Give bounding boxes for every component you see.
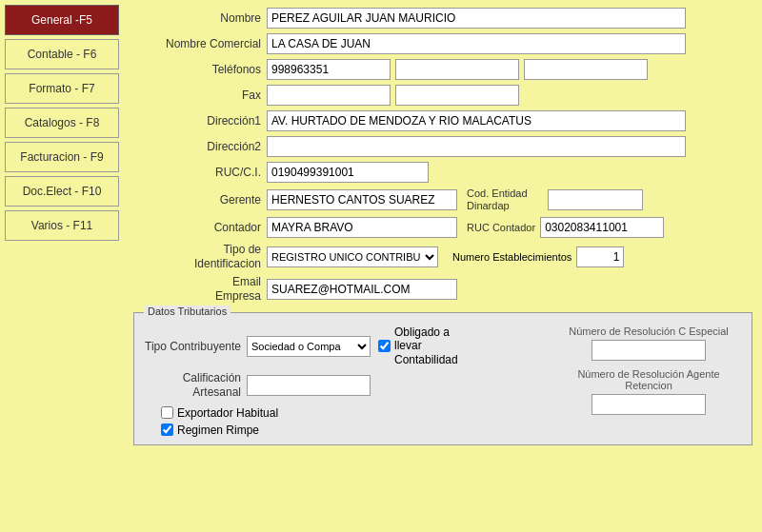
ruc-label: RUC/C.I. xyxy=(133,166,267,179)
direccion1-row: Dirección1 xyxy=(133,110,752,131)
sidebar-item-facturacion[interactable]: Facturacion - F9 xyxy=(5,142,119,172)
cod-entidad-input[interactable] xyxy=(548,189,643,210)
tipo-identificacion-label: Tipo deIdentificacion xyxy=(133,243,267,270)
fax2-input[interactable] xyxy=(395,85,519,106)
sidebar-item-general[interactable]: General -F5 xyxy=(5,5,119,35)
ruc-input[interactable] xyxy=(267,162,429,183)
telefono2-input[interactable] xyxy=(395,59,519,80)
gerente-label: Gerente xyxy=(133,193,267,207)
nombre-comercial-row: Nombre Comercial xyxy=(133,33,752,54)
telefonos-row: Teléfonos xyxy=(133,59,752,80)
numero-establecimientos-input[interactable] xyxy=(576,246,624,267)
tributarios-right: Número de Resolución C Especial Número d… xyxy=(553,325,744,437)
ruc-contador-label: RUC Contador xyxy=(467,222,535,233)
regimen-label[interactable]: Regimen Rimpe xyxy=(161,424,544,437)
tipo-contribuyente-row: Tipo Contribuyente Sociedad o Compa Obli… xyxy=(142,325,544,366)
numero-establecimientos-label: Numero Establecimientos xyxy=(452,251,572,263)
sidebar-item-varios[interactable]: Varios - F11 xyxy=(5,210,119,241)
sidebar-item-contable[interactable]: Contable - F6 xyxy=(5,39,119,69)
numero-resolucion-agente-section: Número de Resolución Agente Retencion xyxy=(553,368,744,415)
nombre-comercial-input[interactable] xyxy=(267,33,686,54)
contador-input[interactable] xyxy=(267,217,457,238)
direccion1-input[interactable] xyxy=(267,110,686,131)
direccion2-input[interactable] xyxy=(267,136,686,157)
nombre-comercial-label: Nombre Comercial xyxy=(133,37,267,50)
sidebar: General -F5 Contable - F6 Formato - F7 C… xyxy=(0,0,124,532)
datos-tributarios-section: Datos Tributarios Tipo Contribuyente Soc… xyxy=(133,312,752,445)
contador-label: Contador xyxy=(133,221,267,234)
email-row: EmailEmpresa xyxy=(133,275,752,303)
telefono1-input[interactable] xyxy=(267,59,391,80)
checkboxes-section: Exportador Habitual Regimen Rimpe xyxy=(142,406,544,437)
direccion1-label: Dirección1 xyxy=(133,114,267,128)
tipo-contribuyente-select[interactable]: Sociedad o Compa xyxy=(247,336,371,357)
telefono3-input[interactable] xyxy=(524,59,648,80)
obligado-contabilidad-checkbox-label[interactable]: Obligado a llevar Contabilidad xyxy=(378,325,454,366)
exportador-label[interactable]: Exportador Habitual xyxy=(161,406,544,420)
calificacion-artesanal-label: CalificaciónArtesanal xyxy=(142,371,247,399)
regimen-checkbox[interactable] xyxy=(161,424,173,436)
numero-resolucion-input[interactable] xyxy=(592,340,706,361)
content-area: Nombre Nombre Comercial Teléfonos Fax Di… xyxy=(124,0,762,532)
fax-label: Fax xyxy=(133,89,267,102)
nombre-row: Nombre xyxy=(133,8,752,29)
tributarios-left: Tipo Contribuyente Sociedad o Compa Obli… xyxy=(142,325,544,437)
tipo-identificacion-select[interactable]: REGISTRO UNICO CONTRIBU xyxy=(267,246,438,267)
email-label: EmailEmpresa xyxy=(133,275,267,303)
sidebar-item-formato[interactable]: Formato - F7 xyxy=(5,73,119,104)
gerente-row: Gerente Cod. Entidad Dinardap xyxy=(133,187,752,212)
gerente-input[interactable] xyxy=(267,189,457,210)
direccion2-label: Dirección2 xyxy=(133,140,267,153)
nombre-label: Nombre xyxy=(133,11,267,25)
contador-row: Contador RUC Contador xyxy=(133,217,752,238)
ruc-row: RUC/C.I. xyxy=(133,162,752,183)
calificacion-artesanal-row: CalificaciónArtesanal xyxy=(142,371,544,399)
numero-resolucion-section: Número de Resolución C Especial xyxy=(553,325,744,361)
fax-row: Fax xyxy=(133,85,752,106)
obligado-contabilidad-checkbox[interactable] xyxy=(378,340,391,352)
numero-resolucion-agente-input[interactable] xyxy=(592,394,706,415)
email-input[interactable] xyxy=(267,279,457,300)
numero-resolucion-agente-label: Número de Resolución Agente Retencion xyxy=(553,368,744,391)
datos-tributarios-title: Datos Tributarios xyxy=(144,305,231,317)
calificacion-artesanal-input[interactable] xyxy=(247,375,371,396)
tipo-contribuyente-label: Tipo Contribuyente xyxy=(142,340,247,353)
telefonos-label: Teléfonos xyxy=(133,63,267,76)
sidebar-item-docelect[interactable]: Doc.Elect - F10 xyxy=(5,176,119,207)
sidebar-item-catalogos[interactable]: Catalogos - F8 xyxy=(5,108,119,138)
nombre-input[interactable] xyxy=(267,8,686,29)
ruc-contador-input[interactable] xyxy=(540,217,664,238)
cod-entidad-label: Cod. Entidad Dinardap xyxy=(467,187,543,212)
obligado-contabilidad-label: Obligado a llevar Contabilidad xyxy=(394,325,458,366)
direccion2-row: Dirección2 xyxy=(133,136,752,157)
tipo-identificacion-row: Tipo deIdentificacion REGISTRO UNICO CON… xyxy=(133,243,752,270)
fax1-input[interactable] xyxy=(267,85,391,106)
numero-resolucion-label: Número de Resolución C Especial xyxy=(553,325,744,337)
exportador-checkbox[interactable] xyxy=(161,406,173,419)
